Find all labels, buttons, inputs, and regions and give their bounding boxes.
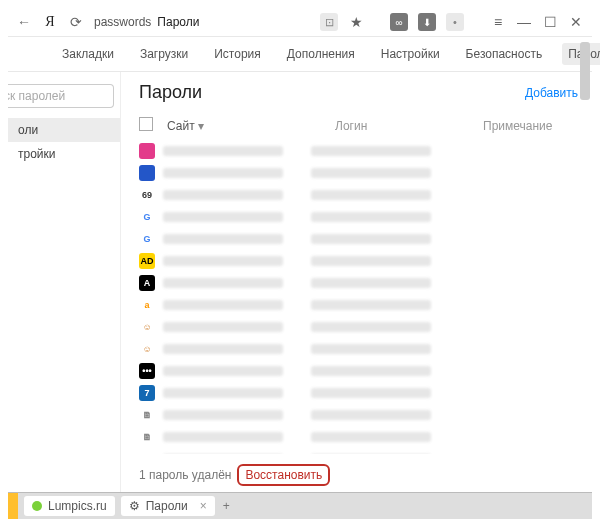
password-row[interactable]: AD	[139, 250, 578, 272]
search-placeholder: ск паролей	[8, 89, 65, 103]
site-favicon-icon: 7	[139, 385, 155, 401]
password-search-input[interactable]: ск паролей	[8, 84, 114, 108]
settings-tabs: ЗакладкиЗагрузкиИсторияДополненияНастрой…	[8, 37, 592, 72]
site-favicon-icon: 🗎	[139, 407, 155, 423]
site-name-blurred	[163, 278, 283, 288]
site-name-blurred	[163, 300, 283, 310]
yandex-logo-icon[interactable]: Я	[42, 14, 58, 30]
sidebar-item[interactable]: оли	[8, 118, 120, 142]
settings-tab[interactable]: История	[208, 43, 267, 65]
password-row[interactable]: •••	[139, 360, 578, 382]
site-favicon-icon: 69	[139, 187, 155, 203]
taskbar-tab-label: Пароли	[146, 499, 188, 513]
password-row[interactable]: ☺	[139, 338, 578, 360]
tab-favicon-icon	[32, 501, 42, 511]
login-blurred	[311, 146, 431, 156]
settings-tab[interactable]: Настройки	[375, 43, 446, 65]
taskbar-tab[interactable]: ⚙Пароли×	[121, 496, 215, 516]
password-row[interactable]: 🗎	[139, 404, 578, 426]
site-favicon-icon: •••	[139, 363, 155, 379]
new-tab-button[interactable]: +	[223, 499, 230, 513]
maximize-icon[interactable]: ☐	[542, 14, 558, 30]
password-row[interactable]: 🗎	[139, 426, 578, 448]
taskbar-tab[interactable]: Lumpics.ru	[24, 496, 115, 516]
login-blurred	[311, 212, 431, 222]
address-keyword: passwords	[94, 15, 151, 29]
site-favicon-icon: AD	[139, 253, 155, 269]
password-row[interactable]: 7	[139, 382, 578, 404]
login-blurred	[311, 388, 431, 398]
sidebar: ск паролей олитройки	[8, 72, 121, 492]
ext-badge-3-icon[interactable]: •	[446, 13, 464, 31]
password-row[interactable]: G	[139, 206, 578, 228]
ext-badge-2-icon[interactable]: ⬇	[418, 13, 436, 31]
password-row[interactable]: a	[139, 294, 578, 316]
password-row[interactable]	[139, 162, 578, 184]
site-name-blurred	[163, 168, 283, 178]
settings-tab[interactable]: Безопасность	[460, 43, 549, 65]
login-blurred	[311, 278, 431, 288]
site-name-blurred	[163, 234, 283, 244]
login-blurred	[311, 168, 431, 178]
login-blurred	[311, 234, 431, 244]
password-row[interactable]: G	[139, 228, 578, 250]
extension-icon[interactable]: ⊡	[320, 13, 338, 31]
site-name-blurred	[163, 212, 283, 222]
site-name-blurred	[163, 388, 283, 398]
ext-badge-1-icon[interactable]: ∞	[390, 13, 408, 31]
site-name-blurred	[163, 190, 283, 200]
taskbar-accent	[8, 493, 18, 519]
site-favicon-icon: a	[139, 297, 155, 313]
site-favicon-icon: A	[139, 275, 155, 291]
settings-tab[interactable]: Дополнения	[281, 43, 361, 65]
col-site[interactable]: Сайт ▾	[167, 119, 327, 133]
settings-tab[interactable]: Загрузки	[134, 43, 194, 65]
bookmark-star-icon[interactable]: ★	[348, 14, 364, 30]
login-blurred	[311, 410, 431, 420]
site-favicon-icon: 🗎	[139, 429, 155, 445]
col-note: Примечание	[483, 119, 552, 133]
sort-chevron-down-icon: ▾	[198, 119, 204, 133]
undo-bar: 1 пароль удалён Восстановить	[139, 454, 578, 492]
taskbar-tab-label: Lumpics.ru	[48, 499, 107, 513]
site-favicon-icon: ☺	[139, 341, 155, 357]
password-row[interactable]: ☺	[139, 316, 578, 338]
password-row[interactable]	[139, 140, 578, 162]
main-panel: Пароли Добавить Сайт ▾ Логин Примечание …	[121, 72, 592, 492]
site-name-blurred	[163, 410, 283, 420]
close-tab-icon[interactable]: ×	[200, 499, 207, 513]
site-favicon-icon: G	[139, 231, 155, 247]
settings-tab[interactable]: Закладки	[56, 43, 120, 65]
col-login: Логин	[335, 119, 475, 133]
gear-icon: ⚙	[129, 499, 140, 513]
site-name-blurred	[163, 256, 283, 266]
site-name-blurred	[163, 366, 283, 376]
address-title: Пароли	[157, 15, 199, 29]
reload-icon[interactable]: ⟳	[68, 14, 84, 30]
login-blurred	[311, 300, 431, 310]
close-window-icon[interactable]: ✕	[568, 14, 584, 30]
add-password-link[interactable]: Добавить	[525, 86, 578, 100]
back-icon[interactable]: ←	[16, 14, 32, 30]
site-favicon-icon	[139, 165, 155, 181]
sidebar-item[interactable]: тройки	[8, 142, 120, 166]
browser-toolbar: ← Я ⟳ passwords Пароли ⊡ ★ ∞ ⬇ • ≡ — ☐ ✕	[8, 8, 592, 37]
restore-button[interactable]: Восстановить	[237, 464, 330, 486]
minimize-icon[interactable]: —	[516, 14, 532, 30]
login-blurred	[311, 344, 431, 354]
login-blurred	[311, 322, 431, 332]
login-blurred	[311, 432, 431, 442]
site-favicon-icon: ☺	[139, 319, 155, 335]
menu-icon[interactable]: ≡	[490, 14, 506, 30]
address-bar[interactable]: passwords Пароли	[94, 15, 310, 29]
site-name-blurred	[163, 344, 283, 354]
password-row[interactable]: A	[139, 272, 578, 294]
page-title: Пароли	[139, 82, 202, 103]
login-blurred	[311, 190, 431, 200]
password-row[interactable]: 69	[139, 184, 578, 206]
column-headers: Сайт ▾ Логин Примечание	[139, 117, 578, 134]
site-name-blurred	[163, 432, 283, 442]
password-list: 69GGADAa☺☺•••7🗎🗎Y	[139, 140, 578, 454]
site-name-blurred	[163, 322, 283, 332]
select-all-checkbox[interactable]	[139, 117, 153, 131]
